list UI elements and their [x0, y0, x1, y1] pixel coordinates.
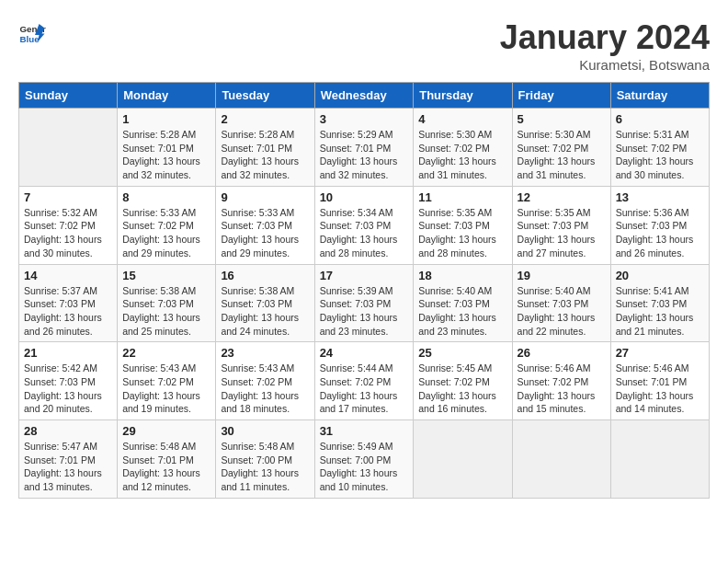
svg-text:Blue: Blue: [20, 34, 40, 44]
day-number: 31: [320, 424, 409, 438]
day-info: Sunrise: 5:47 AM Sunset: 7:01 PM Dayligh…: [24, 440, 112, 494]
day-info: Sunrise: 5:43 AM Sunset: 7:02 PM Dayligh…: [122, 362, 210, 416]
logo-icon: General Blue: [18, 18, 46, 46]
calendar-cell: 31Sunrise: 5:49 AM Sunset: 7:00 PM Dayli…: [314, 420, 414, 499]
day-info: Sunrise: 5:29 AM Sunset: 7:01 PM Dayligh…: [320, 128, 409, 182]
day-info: Sunrise: 5:31 AM Sunset: 7:02 PM Dayligh…: [616, 128, 704, 182]
day-number: 30: [221, 424, 309, 438]
calendar-table: SundayMondayTuesdayWednesdayThursdayFrid…: [18, 82, 710, 499]
day-number: 7: [24, 190, 112, 204]
day-info: Sunrise: 5:45 AM Sunset: 7:02 PM Dayligh…: [418, 362, 506, 416]
day-info: Sunrise: 5:38 AM Sunset: 7:03 PM Dayligh…: [221, 284, 309, 339]
day-number: 6: [616, 112, 704, 126]
day-info: Sunrise: 5:44 AM Sunset: 7:02 PM Dayligh…: [320, 362, 409, 416]
day-number: 8: [122, 190, 210, 204]
day-info: Sunrise: 5:35 AM Sunset: 7:03 PM Dayligh…: [518, 206, 606, 260]
calendar-cell: 9Sunrise: 5:33 AM Sunset: 7:03 PM Daylig…: [216, 186, 314, 264]
day-info: Sunrise: 5:38 AM Sunset: 7:03 PM Dayligh…: [122, 284, 210, 339]
weekday-header-friday: Friday: [512, 83, 610, 109]
calendar-cell: 3Sunrise: 5:29 AM Sunset: 7:01 PM Daylig…: [314, 109, 414, 187]
page-header: General Blue January 2024 Kurametsi, Bot…: [18, 18, 710, 73]
calendar-cell: 7Sunrise: 5:32 AM Sunset: 7:02 PM Daylig…: [19, 186, 118, 264]
day-info: Sunrise: 5:33 AM Sunset: 7:03 PM Dayligh…: [221, 206, 309, 260]
day-number: 12: [518, 190, 606, 204]
calendar-cell: 4Sunrise: 5:30 AM Sunset: 7:02 PM Daylig…: [414, 109, 512, 187]
calendar-cell: 11Sunrise: 5:35 AM Sunset: 7:03 PM Dayli…: [414, 186, 512, 264]
calendar-cell: 28Sunrise: 5:47 AM Sunset: 7:01 PM Dayli…: [19, 420, 118, 499]
logo: General Blue: [18, 18, 46, 46]
day-info: Sunrise: 5:42 AM Sunset: 7:03 PM Dayligh…: [24, 362, 112, 416]
calendar-cell: 22Sunrise: 5:43 AM Sunset: 7:02 PM Dayli…: [118, 342, 216, 420]
day-number: 2: [221, 112, 309, 126]
day-number: 13: [616, 190, 704, 204]
day-info: Sunrise: 5:34 AM Sunset: 7:03 PM Dayligh…: [320, 206, 409, 260]
day-number: 26: [518, 346, 606, 360]
day-number: 4: [418, 112, 506, 126]
day-number: 14: [24, 269, 112, 282]
day-info: Sunrise: 5:48 AM Sunset: 7:01 PM Dayligh…: [122, 440, 210, 494]
weekday-header-saturday: Saturday: [610, 83, 709, 109]
day-number: 5: [518, 112, 606, 126]
calendar-cell: 17Sunrise: 5:39 AM Sunset: 7:03 PM Dayli…: [314, 264, 414, 342]
day-number: 29: [122, 424, 210, 438]
day-info: Sunrise: 5:40 AM Sunset: 7:03 PM Dayligh…: [518, 284, 606, 339]
calendar-cell: [512, 420, 610, 499]
day-info: Sunrise: 5:40 AM Sunset: 7:03 PM Dayligh…: [418, 284, 506, 339]
title-block: January 2024 Kurametsi, Botswana: [500, 18, 710, 73]
day-info: Sunrise: 5:30 AM Sunset: 7:02 PM Dayligh…: [518, 128, 606, 182]
day-info: Sunrise: 5:48 AM Sunset: 7:00 PM Dayligh…: [221, 440, 309, 494]
calendar-cell: [19, 109, 118, 187]
calendar-cell: [610, 420, 709, 499]
day-number: 25: [418, 346, 506, 360]
day-info: Sunrise: 5:35 AM Sunset: 7:03 PM Dayligh…: [418, 206, 506, 260]
day-info: Sunrise: 5:37 AM Sunset: 7:03 PM Dayligh…: [24, 284, 112, 339]
day-info: Sunrise: 5:30 AM Sunset: 7:02 PM Dayligh…: [418, 128, 506, 182]
calendar-cell: 15Sunrise: 5:38 AM Sunset: 7:03 PM Dayli…: [118, 264, 216, 342]
day-number: 28: [24, 424, 112, 438]
weekday-header-sunday: Sunday: [19, 83, 118, 109]
day-info: Sunrise: 5:28 AM Sunset: 7:01 PM Dayligh…: [221, 128, 309, 182]
calendar-cell: 26Sunrise: 5:46 AM Sunset: 7:02 PM Dayli…: [512, 342, 610, 420]
calendar-cell: 27Sunrise: 5:46 AM Sunset: 7:01 PM Dayli…: [610, 342, 709, 420]
day-number: 11: [418, 190, 506, 204]
calendar-cell: 10Sunrise: 5:34 AM Sunset: 7:03 PM Dayli…: [314, 186, 414, 264]
day-info: Sunrise: 5:43 AM Sunset: 7:02 PM Dayligh…: [221, 362, 309, 416]
day-number: 21: [24, 346, 112, 360]
calendar-cell: 18Sunrise: 5:40 AM Sunset: 7:03 PM Dayli…: [414, 264, 512, 342]
day-number: 16: [221, 269, 309, 282]
day-info: Sunrise: 5:46 AM Sunset: 7:01 PM Dayligh…: [616, 362, 704, 416]
weekday-header-wednesday: Wednesday: [314, 83, 414, 109]
calendar-cell: 25Sunrise: 5:45 AM Sunset: 7:02 PM Dayli…: [414, 342, 512, 420]
day-number: 24: [320, 346, 409, 360]
day-info: Sunrise: 5:32 AM Sunset: 7:02 PM Dayligh…: [24, 206, 112, 260]
calendar-cell: 5Sunrise: 5:30 AM Sunset: 7:02 PM Daylig…: [512, 109, 610, 187]
weekday-header-monday: Monday: [118, 83, 216, 109]
day-info: Sunrise: 5:46 AM Sunset: 7:02 PM Dayligh…: [518, 362, 606, 416]
calendar-cell: 29Sunrise: 5:48 AM Sunset: 7:01 PM Dayli…: [118, 420, 216, 499]
calendar-cell: 13Sunrise: 5:36 AM Sunset: 7:03 PM Dayli…: [610, 186, 709, 264]
day-number: 19: [518, 269, 606, 282]
calendar-cell: 6Sunrise: 5:31 AM Sunset: 7:02 PM Daylig…: [610, 109, 709, 187]
day-number: 27: [616, 346, 704, 360]
calendar-cell: 19Sunrise: 5:40 AM Sunset: 7:03 PM Dayli…: [512, 264, 610, 342]
calendar-cell: 20Sunrise: 5:41 AM Sunset: 7:03 PM Dayli…: [610, 264, 709, 342]
calendar-cell: 12Sunrise: 5:35 AM Sunset: 7:03 PM Dayli…: [512, 186, 610, 264]
weekday-header-tuesday: Tuesday: [216, 83, 314, 109]
day-info: Sunrise: 5:49 AM Sunset: 7:00 PM Dayligh…: [320, 440, 409, 494]
day-number: 3: [320, 112, 409, 126]
day-info: Sunrise: 5:39 AM Sunset: 7:03 PM Dayligh…: [320, 284, 409, 339]
day-number: 15: [122, 269, 210, 282]
calendar-cell: 1Sunrise: 5:28 AM Sunset: 7:01 PM Daylig…: [118, 109, 216, 187]
calendar-cell: 23Sunrise: 5:43 AM Sunset: 7:02 PM Dayli…: [216, 342, 314, 420]
day-number: 17: [320, 269, 409, 282]
month-title: January 2024: [500, 18, 710, 57]
calendar-cell: 2Sunrise: 5:28 AM Sunset: 7:01 PM Daylig…: [216, 109, 314, 187]
day-info: Sunrise: 5:28 AM Sunset: 7:01 PM Dayligh…: [122, 128, 210, 182]
day-info: Sunrise: 5:33 AM Sunset: 7:02 PM Dayligh…: [122, 206, 210, 260]
calendar-cell: 8Sunrise: 5:33 AM Sunset: 7:02 PM Daylig…: [118, 186, 216, 264]
day-info: Sunrise: 5:41 AM Sunset: 7:03 PM Dayligh…: [616, 284, 704, 339]
day-info: Sunrise: 5:36 AM Sunset: 7:03 PM Dayligh…: [616, 206, 704, 260]
day-number: 9: [221, 190, 309, 204]
calendar-cell: 16Sunrise: 5:38 AM Sunset: 7:03 PM Dayli…: [216, 264, 314, 342]
day-number: 23: [221, 346, 309, 360]
